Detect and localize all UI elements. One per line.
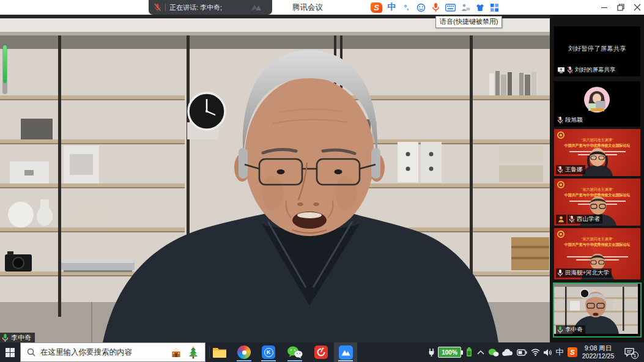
netease-music-icon	[314, 345, 328, 359]
mic-speaking-icon	[557, 326, 563, 334]
wood-crate	[511, 237, 549, 270]
participant-name-chip: 李中奇	[556, 325, 585, 334]
search-placeholder: 在这里输入你要搜索的内容	[40, 347, 165, 358]
k-app-icon: K	[262, 345, 275, 359]
participant-name: 刘好的屏幕共享	[575, 66, 616, 74]
close-button[interactable]	[629, 0, 644, 15]
participant-name-chip: 刘好的屏幕共享	[556, 65, 618, 75]
participant-cell-avatar[interactable]: 段旭颖	[554, 81, 640, 127]
clock-date: 2022/12/25	[579, 352, 618, 360]
participant-cell-screen-share[interactable]: 刘好暂停了屏幕共享 刘好的屏幕共享	[554, 26, 640, 76]
k-app-letter: K	[264, 348, 273, 357]
mic-muted-icon	[567, 66, 573, 74]
taskbar-app-file-explorer[interactable]	[208, 342, 231, 362]
christmas-tree-icon	[188, 346, 199, 359]
beige-box	[73, 209, 108, 227]
ime-mode-tray[interactable]: 中	[554, 342, 565, 362]
participant-cell-video[interactable]: “第六届问道玉渊潭” 中国共产党与中华优秀传统文化国际论坛 王鲁娜	[554, 129, 640, 176]
notification-badge: 1	[631, 352, 638, 359]
window-title: 腾讯会议	[274, 0, 341, 15]
laptop	[61, 260, 135, 272]
taskbar-app-tencent-meeting[interactable]	[334, 342, 357, 362]
tab-separator	[165, 4, 166, 11]
speaker-name-chip: 李中奇	[0, 333, 35, 342]
ime-toolbox-icon[interactable]	[489, 2, 500, 13]
volume-level-bar	[3, 45, 7, 83]
slide-subtitle: “第六届问道玉渊潭”	[554, 237, 640, 242]
action-center-button[interactable]: 1	[619, 342, 641, 362]
mic-active-icon	[2, 333, 9, 342]
speaking-indicator-tab[interactable]: 正在讲话: 李中奇;	[149, 0, 272, 15]
file-explorer-icon	[212, 346, 227, 358]
ime-voice-icon[interactable]	[431, 2, 441, 13]
round-vase	[8, 202, 34, 227]
speaker-video-scene	[0, 15, 550, 342]
mic-muted-icon	[569, 215, 575, 223]
battery-status[interactable]: 100%	[438, 342, 463, 362]
windows-logo-icon	[6, 348, 15, 357]
wifi-tray-icon[interactable]	[530, 342, 541, 362]
cloud-sync-tray-icon[interactable]	[502, 342, 514, 362]
search-icon	[27, 348, 35, 356]
taskbar-app-netease-music[interactable]	[309, 342, 333, 362]
taskbar-app-k[interactable]: K	[257, 342, 280, 362]
taskbar-clock[interactable]: 9:08 周日 2022/12/25	[579, 344, 618, 360]
speaker-name-label: 李中奇	[11, 333, 31, 342]
device-tray-icon[interactable]	[516, 342, 528, 362]
ime-skin-icon[interactable]	[475, 2, 485, 13]
grey-box	[21, 119, 53, 139]
participant-name: 田海舰+河北大学	[565, 269, 609, 277]
member-badge	[556, 215, 566, 224]
wechat-icon	[287, 345, 303, 359]
person-icon	[558, 216, 564, 223]
wechat-tray-icon[interactable]	[487, 342, 500, 362]
restore-button[interactable]	[613, 0, 629, 15]
tencent-meeting-icon	[339, 345, 353, 360]
ime-chinese-mode-icon[interactable]: 中	[387, 2, 397, 13]
start-button[interactable]	[0, 342, 20, 362]
running-indicator	[237, 360, 251, 361]
ime-handwriting-icon[interactable]	[460, 2, 470, 13]
main-video-speaker[interactable]: 李中奇	[0, 15, 550, 342]
screen-share-paused-message: 刘好暂停了屏幕共享	[554, 45, 640, 53]
power-plug-icon[interactable]	[426, 342, 436, 362]
sogou-logo-icon[interactable]: S	[371, 2, 382, 13]
mic-muted-icon	[557, 166, 563, 174]
screen-share-icon	[557, 67, 565, 73]
voice-shortcut-tooltip: 语音(快捷键被禁用)	[435, 16, 502, 28]
sogou-tray-icon[interactable]: S	[566, 342, 579, 362]
mic-muted-icon	[557, 116, 563, 124]
participant-name-chip: 西山学者	[568, 215, 602, 224]
close-icon	[634, 4, 641, 11]
windows-taskbar: 在这里输入你要搜索的内容	[0, 342, 644, 362]
running-indicator	[261, 360, 276, 361]
avatar	[583, 86, 610, 113]
slide-subtitle: “第六届问道玉渊潭”	[554, 187, 640, 193]
active-indicator	[338, 360, 353, 361]
participant-name-chip: 田海舰+河北大学	[556, 268, 612, 278]
mic-on-icon	[557, 269, 563, 277]
mic-muted-icon	[154, 3, 161, 12]
participant-name-chip: 王鲁娜	[556, 165, 585, 174]
ime-keyboard-icon[interactable]	[445, 2, 456, 13]
participant-cell-video[interactable]: “第六届问道玉渊潭” 中国共产党与中华优秀传统文化国际论坛	[554, 179, 640, 226]
taskbar-app-browser[interactable]	[232, 342, 256, 362]
taskbar-search-input[interactable]: 在这里输入你要搜索的内容	[20, 342, 205, 362]
participant-cell-video[interactable]: “第六届问道玉渊潭” 中国共产党与中华优秀传统文化国际论坛 田海舰+河北大学	[554, 228, 640, 279]
tray-chevron-up-icon[interactable]	[476, 342, 486, 362]
participant-name: 段旭颖	[565, 116, 583, 124]
meeting-logo-watermark	[249, 3, 267, 12]
taskbar-app-wechat[interactable]	[283, 342, 307, 362]
speaker-tray-icon[interactable]	[542, 342, 553, 362]
battery-manager-tray-icon[interactable]	[465, 342, 473, 362]
ime-punctuation-icon[interactable]: °,	[401, 2, 412, 13]
participant-cell-self[interactable]: 李中奇	[553, 283, 642, 338]
minimize-button[interactable]	[596, 0, 612, 15]
ime-toolbar: S 中 °,	[371, 1, 500, 13]
ime-emoji-icon[interactable]	[416, 2, 426, 13]
participant-name: 李中奇	[565, 326, 583, 334]
browser-pinwheel-center	[242, 350, 246, 355]
running-indicator	[287, 360, 302, 361]
gingerbread-house-icon	[169, 346, 183, 358]
participant-name: 王鲁娜	[565, 166, 583, 174]
